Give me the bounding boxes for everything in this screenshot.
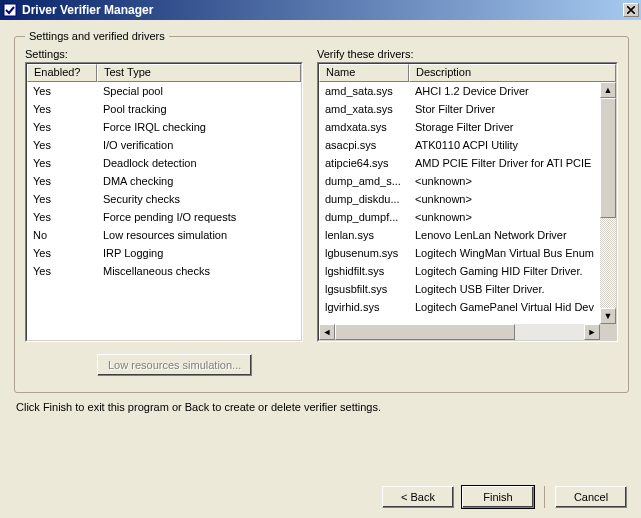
back-button[interactable]: < Back [382, 486, 454, 508]
scroll-thumb-h[interactable] [335, 324, 515, 340]
cell-testtype: Deadlock detection [97, 156, 301, 170]
cell-testtype: Pool tracking [97, 102, 301, 116]
scroll-corner [600, 324, 616, 340]
cell-testtype: Miscellaneous checks [97, 264, 301, 278]
cell-driver-desc: AMD PCIE Filter Driver for ATI PCIE [409, 156, 600, 170]
footer-separator [544, 486, 545, 508]
cell-testtype: Force pending I/O requests [97, 210, 301, 224]
close-icon [627, 6, 635, 14]
settings-row[interactable]: NoLow resources simulation [27, 226, 301, 244]
cell-enabled: Yes [27, 102, 97, 116]
cell-driver-desc: ATK0110 ACPI Utility [409, 138, 600, 152]
finish-button[interactable]: Finish [462, 486, 534, 508]
settings-row[interactable]: YesSecurity checks [27, 190, 301, 208]
col-header-enabled[interactable]: Enabled? [27, 64, 97, 82]
cell-driver-name: lgshidfilt.sys [319, 264, 409, 278]
cell-driver-desc: <unknown> [409, 210, 600, 224]
cell-enabled: Yes [27, 84, 97, 98]
drivers-row[interactable]: amd_xata.sysStor Filter Driver [319, 100, 600, 118]
drivers-hscrollbar[interactable]: ◄ ► [319, 324, 616, 340]
settings-row[interactable]: YesForce IRQL checking [27, 118, 301, 136]
drivers-row[interactable]: dump_amd_s...<unknown> [319, 172, 600, 190]
instruction-text: Click Finish to exit this program or Bac… [16, 401, 625, 413]
settings-row[interactable]: YesI/O verification [27, 136, 301, 154]
drivers-row[interactable]: amdxata.sysStorage Filter Driver [319, 118, 600, 136]
cell-enabled: Yes [27, 192, 97, 206]
cell-testtype: DMA checking [97, 174, 301, 188]
cell-enabled: Yes [27, 120, 97, 134]
drivers-row[interactable]: lgshidfilt.sysLogitech Gaming HID Filter… [319, 262, 600, 280]
scroll-left-icon[interactable]: ◄ [319, 324, 335, 340]
drivers-listview[interactable]: Name Description amd_sata.sysAHCI 1.2 De… [317, 62, 618, 342]
scroll-right-icon[interactable]: ► [584, 324, 600, 340]
cell-driver-name: amdxata.sys [319, 120, 409, 134]
cell-testtype: I/O verification [97, 138, 301, 152]
settings-row[interactable]: YesForce pending I/O requests [27, 208, 301, 226]
scroll-down-icon[interactable]: ▼ [600, 308, 616, 324]
drivers-row[interactable]: asacpi.sysATK0110 ACPI Utility [319, 136, 600, 154]
low-resources-button: Low resources simulation... [97, 354, 252, 376]
col-header-name[interactable]: Name [319, 64, 409, 82]
cell-driver-desc: <unknown> [409, 174, 600, 188]
settings-row[interactable]: YesDMA checking [27, 172, 301, 190]
settings-label: Settings: [25, 48, 303, 60]
cell-enabled: Yes [27, 156, 97, 170]
cell-driver-desc: Logitech Gaming HID Filter Driver. [409, 264, 600, 278]
cell-driver-name: lenlan.sys [319, 228, 409, 242]
window-title: Driver Verifier Manager [22, 3, 153, 17]
cell-testtype: IRP Logging [97, 246, 301, 260]
settings-listview[interactable]: Enabled? Test Type YesSpecial poolYesPoo… [25, 62, 303, 342]
drivers-row[interactable]: dump_diskdu...<unknown> [319, 190, 600, 208]
drivers-label: Verify these drivers: [317, 48, 618, 60]
cell-driver-name: asacpi.sys [319, 138, 409, 152]
cell-driver-name: lgbusenum.sys [319, 246, 409, 260]
scroll-up-icon[interactable]: ▲ [600, 82, 616, 98]
cell-testtype: Low resources simulation [97, 228, 301, 242]
cell-enabled: Yes [27, 264, 97, 278]
settings-groupbox: Settings and verified drivers Settings: … [14, 30, 629, 393]
drivers-row[interactable]: lgvirhid.sysLogitech GamePanel Virtual H… [319, 298, 600, 316]
cell-driver-name: atipcie64.sys [319, 156, 409, 170]
app-icon [2, 2, 18, 18]
settings-row[interactable]: YesIRP Logging [27, 244, 301, 262]
col-header-description[interactable]: Description [409, 64, 616, 82]
scroll-thumb-v[interactable] [600, 98, 616, 218]
drivers-header[interactable]: Name Description [319, 64, 616, 82]
cell-testtype: Special pool [97, 84, 301, 98]
col-header-testtype[interactable]: Test Type [97, 64, 301, 82]
cell-driver-desc: Logitech WingMan Virtual Bus Enum [409, 246, 600, 260]
cell-driver-desc: AHCI 1.2 Device Driver [409, 84, 600, 98]
cancel-button[interactable]: Cancel [555, 486, 627, 508]
close-button[interactable] [623, 3, 639, 17]
settings-row[interactable]: YesDeadlock detection [27, 154, 301, 172]
settings-row[interactable]: YesPool tracking [27, 100, 301, 118]
drivers-vscrollbar[interactable]: ▲ ▼ [600, 82, 616, 324]
cell-driver-name: lgvirhid.sys [319, 300, 409, 314]
groupbox-legend: Settings and verified drivers [25, 30, 169, 42]
cell-driver-desc: Lenovo LenLan Network Driver [409, 228, 600, 242]
cell-testtype: Security checks [97, 192, 301, 206]
cell-enabled: Yes [27, 174, 97, 188]
settings-row[interactable]: YesSpecial pool [27, 82, 301, 100]
drivers-row[interactable]: amd_sata.sysAHCI 1.2 Device Driver [319, 82, 600, 100]
drivers-row[interactable]: lgsusbfilt.sysLogitech USB Filter Driver… [319, 280, 600, 298]
drivers-row[interactable]: lenlan.sysLenovo LenLan Network Driver [319, 226, 600, 244]
cell-testtype: Force IRQL checking [97, 120, 301, 134]
cell-driver-desc: Stor Filter Driver [409, 102, 600, 116]
titlebar[interactable]: Driver Verifier Manager [0, 0, 641, 20]
settings-row[interactable]: YesMiscellaneous checks [27, 262, 301, 280]
cell-driver-name: amd_sata.sys [319, 84, 409, 98]
cell-driver-name: dump_amd_s... [319, 174, 409, 188]
cell-driver-desc: Logitech USB Filter Driver. [409, 282, 600, 296]
drivers-row[interactable]: atipcie64.sysAMD PCIE Filter Driver for … [319, 154, 600, 172]
cell-driver-desc: Logitech GamePanel Virtual Hid Dev [409, 300, 600, 314]
cell-enabled: Yes [27, 138, 97, 152]
cell-driver-desc: <unknown> [409, 192, 600, 206]
cell-enabled: Yes [27, 210, 97, 224]
svg-rect-0 [4, 4, 16, 16]
cell-enabled: Yes [27, 246, 97, 260]
settings-header[interactable]: Enabled? Test Type [27, 64, 301, 82]
cell-enabled: No [27, 228, 97, 242]
drivers-row[interactable]: lgbusenum.sysLogitech WingMan Virtual Bu… [319, 244, 600, 262]
drivers-row[interactable]: dump_dumpf...<unknown> [319, 208, 600, 226]
